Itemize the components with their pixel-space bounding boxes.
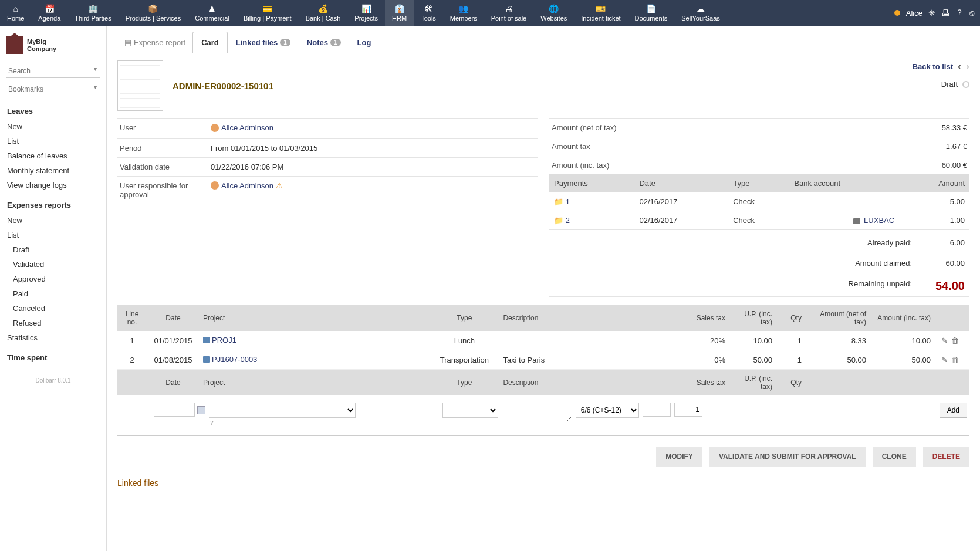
nav-bank-cash[interactable]: 💰Bank | Cash bbox=[299, 0, 348, 26]
sidebar-list[interactable]: List bbox=[0, 228, 106, 242]
calendar-icon[interactable] bbox=[197, 406, 205, 414]
validate-button[interactable]: Validate and submit for approval bbox=[709, 447, 866, 467]
clone-button[interactable]: Clone bbox=[873, 447, 916, 467]
sidebar-new[interactable]: New bbox=[0, 213, 106, 228]
prev-icon[interactable]: ‹ bbox=[958, 60, 961, 73]
nav-agenda[interactable]: 📅Agenda bbox=[31, 0, 67, 26]
sidebar-monthly-statement[interactable]: Monthly statement bbox=[0, 163, 106, 178]
sidebar-list[interactable]: List bbox=[0, 134, 106, 148]
nav-incident-ticket[interactable]: 🎫Incident ticket bbox=[574, 0, 627, 26]
nav-tools[interactable]: 🛠Tools bbox=[414, 0, 443, 26]
lines-table: Line no. Date Project Type Description S… bbox=[117, 305, 969, 395]
nav-icon: 📦 bbox=[148, 4, 158, 13]
sidebar-approved[interactable]: Approved bbox=[0, 272, 106, 286]
reference: ADMIN-ER00002-150101 bbox=[173, 81, 273, 91]
approver-link[interactable]: Alice Adminson ⚠ bbox=[211, 181, 283, 190]
print-icon[interactable]: 🖶 bbox=[941, 8, 949, 18]
add-date-input[interactable] bbox=[154, 403, 195, 417]
nav-projects[interactable]: 📊Projects bbox=[347, 0, 385, 26]
sidebar-view-change-logs[interactable]: View change logs bbox=[0, 178, 106, 192]
user-name[interactable]: Alice bbox=[906, 9, 922, 18]
project-link[interactable]: PROJ1 bbox=[203, 336, 236, 344]
tab-card[interactable]: Card bbox=[192, 32, 228, 53]
nav-billing-payment[interactable]: 💳Billing | Payment bbox=[236, 0, 299, 26]
nav-websites[interactable]: 🌐Websites bbox=[533, 0, 574, 26]
nav-point-of-sale[interactable]: 🖨Point of sale bbox=[484, 0, 534, 26]
avatar-icon bbox=[211, 181, 219, 190]
avatar-icon bbox=[211, 124, 219, 132]
sidebar-canceled[interactable]: Canceled bbox=[0, 301, 106, 316]
bank-icon bbox=[853, 218, 860, 224]
add-up-input[interactable] bbox=[643, 403, 671, 417]
help-icon[interactable]: ？ bbox=[955, 8, 964, 18]
payment-link[interactable]: 2 bbox=[566, 216, 570, 225]
sidebar-stats[interactable]: Statistics bbox=[0, 330, 106, 345]
sidebar-refused[interactable]: Refused bbox=[0, 316, 106, 330]
delete-icon[interactable]: 🗑 bbox=[951, 336, 959, 345]
nav-products-services[interactable]: 📦Products | Services bbox=[119, 0, 188, 26]
edit-icon[interactable]: ✎ bbox=[941, 336, 948, 345]
claimed-label: Amount claimed: bbox=[855, 259, 912, 268]
nav-sellyoursaas[interactable]: ☁SellYourSaas bbox=[674, 0, 727, 26]
modify-button[interactable]: Modify bbox=[656, 447, 702, 467]
user-link[interactable]: Alice Adminson bbox=[211, 123, 273, 132]
edit-icon[interactable]: ✎ bbox=[941, 356, 948, 364]
sidebar-new[interactable]: New bbox=[0, 119, 106, 134]
payments-table: Payments Date Type Bank account Amount 📁… bbox=[549, 174, 969, 230]
add-desc-input[interactable] bbox=[502, 403, 572, 422]
delete-button[interactable]: Delete bbox=[923, 447, 969, 467]
sidebar-balance-of-leaves[interactable]: Balance of leaves bbox=[0, 148, 106, 163]
sidebar-paid[interactable]: Paid bbox=[0, 286, 106, 301]
notes-badge: 1 bbox=[330, 39, 341, 46]
payment-row: 📁 2 02/16/2017Check LUXBAC1.00 bbox=[549, 211, 969, 230]
th-ldate: Date bbox=[147, 305, 200, 331]
linked-files-heading: Linked files bbox=[117, 478, 969, 488]
nav-icon: 📄 bbox=[646, 4, 656, 13]
project-icon bbox=[203, 356, 210, 363]
tab-linked-files[interactable]: Linked files 1 bbox=[228, 32, 299, 53]
main-content: ▤ Expense report Card Linked files 1 Not… bbox=[107, 26, 980, 551]
project-info-icon[interactable]: ？ bbox=[209, 419, 439, 427]
bookmarks-select[interactable] bbox=[6, 83, 100, 96]
bug-icon[interactable]: ✳ bbox=[928, 8, 935, 18]
action-bar: Modify Validate and submit for approval … bbox=[117, 447, 969, 467]
th-desc: Description bbox=[499, 305, 682, 331]
add-tax-select[interactable]: 6/6 (C+S-12) bbox=[576, 403, 639, 418]
delete-icon[interactable]: 🗑 bbox=[951, 356, 959, 364]
sidebar-validated[interactable]: Validated bbox=[0, 257, 106, 272]
add-button[interactable]: Add bbox=[940, 403, 967, 418]
logo[interactable]: MyBigCompany bbox=[0, 32, 106, 62]
sidebar-draft[interactable]: Draft bbox=[0, 242, 106, 257]
add-type-select[interactable] bbox=[442, 403, 498, 418]
tax-label: Amount tax bbox=[552, 142, 643, 151]
bank-link[interactable]: LUXBAC bbox=[864, 216, 894, 225]
payment-link[interactable]: 1 bbox=[566, 197, 570, 206]
search-input[interactable] bbox=[6, 65, 100, 78]
add-line-form: ？ 6/6 (C+S-12) Add bbox=[117, 398, 969, 436]
nav-hrm[interactable]: 👔HRM bbox=[385, 0, 414, 26]
th-ltype: Type bbox=[429, 305, 499, 331]
leaves-heading: Leaves bbox=[0, 99, 106, 119]
nav-home[interactable]: ⌂Home bbox=[0, 0, 31, 26]
nav-third-parties[interactable]: 🏢Third Parties bbox=[67, 0, 118, 26]
add-qty-input[interactable] bbox=[674, 403, 702, 417]
logout-icon[interactable]: ⎋ bbox=[969, 8, 974, 18]
folder-icon: 📁 bbox=[554, 197, 563, 206]
nav-documents[interactable]: 📄Documents bbox=[628, 0, 675, 26]
nav-commercial[interactable]: ♟Commercial bbox=[188, 0, 236, 26]
tab-log[interactable]: Log bbox=[349, 32, 380, 53]
status-dot-icon bbox=[962, 81, 969, 88]
th-up: U.P. (inc. tax) bbox=[729, 305, 776, 331]
th-project: Project bbox=[200, 305, 429, 331]
project-link[interactable]: PJ1607-0003 bbox=[203, 355, 257, 364]
tab-notes[interactable]: Notes 1 bbox=[299, 32, 349, 53]
net-value: 58.33 € bbox=[643, 123, 967, 132]
doc-thumbnail[interactable] bbox=[117, 60, 163, 111]
nav-icon: 💳 bbox=[262, 4, 272, 13]
nav-members[interactable]: 👥Members bbox=[443, 0, 484, 26]
logo-icon bbox=[6, 36, 23, 54]
add-project-select[interactable] bbox=[209, 403, 356, 418]
page-title: ▤ Expense report bbox=[117, 33, 192, 52]
back-to-list-link[interactable]: Back to list bbox=[913, 62, 953, 71]
th-bank: Bank account bbox=[789, 174, 899, 192]
